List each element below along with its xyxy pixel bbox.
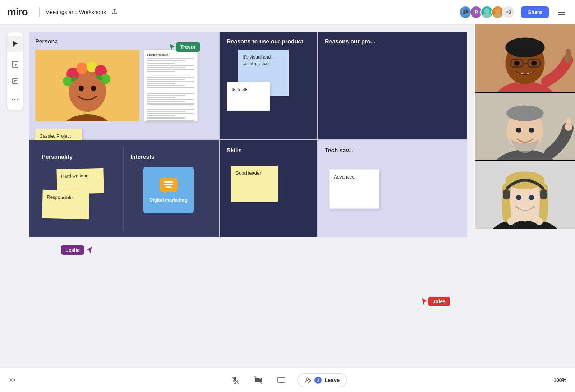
digital-marketing-card: Digital marketing — [143, 167, 194, 213]
comment-tool[interactable] — [7, 74, 23, 89]
doc-line — [147, 60, 185, 61]
svg-point-14 — [91, 86, 96, 91]
share-button[interactable]: Share — [521, 6, 549, 18]
video-person1 — [475, 24, 575, 92]
reasons-title-text: Reasons to use our product — [227, 38, 303, 45]
doc-line — [147, 95, 185, 96]
video-cell-3 — [475, 161, 575, 229]
doc-line — [147, 115, 175, 116]
interests-title: Interests — [130, 153, 206, 161]
svg-rect-50 — [503, 189, 510, 199]
trevor-arrow-icon — [169, 43, 176, 51]
svg-point-13 — [79, 86, 84, 91]
svg-point-53 — [529, 195, 534, 200]
svg-point-52 — [516, 195, 521, 200]
doc-line — [147, 120, 194, 121]
doc-line — [147, 109, 194, 110]
cursor-tool[interactable] — [7, 36, 23, 52]
persona-doc: Solution research — [144, 50, 198, 121]
doc-line — [147, 93, 194, 94]
sticky-advanced: Advanced — [329, 169, 380, 209]
svg-point-4 — [493, 13, 502, 18]
doc-line — [147, 71, 175, 72]
doc-title: Solution research — [147, 53, 194, 57]
sticky-visual-text: It's visual and collaborative — [243, 54, 271, 66]
menu-icon[interactable] — [555, 6, 568, 19]
board-content: Persona — [29, 32, 467, 360]
doc-line — [147, 85, 185, 86]
miro-logo: miro — [7, 6, 28, 18]
svg-point-63 — [306, 378, 308, 380]
topbar-right: 🏴 P +3 Share — [459, 6, 568, 19]
avatar-group: 🏴 P +3 — [459, 6, 515, 19]
trevor-cursor: Trevor — [169, 42, 200, 52]
doc-line — [147, 81, 194, 82]
svg-rect-44 — [566, 117, 571, 128]
section-techsav: Tech sav... Advanced — [318, 140, 467, 237]
personality-title: Personality — [42, 153, 116, 161]
svg-rect-60 — [278, 377, 285, 382]
topbar-divider — [39, 7, 40, 17]
upload-icon[interactable] — [111, 8, 118, 17]
topbar: miro Meetings and Workshops 🏴 P — [0, 0, 575, 24]
doc-line — [147, 87, 194, 88]
canvas[interactable]: Persona — [0, 24, 575, 368]
doc-line — [147, 101, 185, 102]
doc-line — [147, 83, 175, 84]
digital-marketing-label: Digital marketing — [150, 197, 187, 203]
sticky-toolkit-text: Its toolkit — [231, 87, 250, 92]
svg-rect-6 — [12, 79, 18, 83]
svg-point-27 — [505, 37, 544, 57]
video-person2 — [475, 93, 575, 160]
reasons-title: Reasons to use our product — [227, 38, 311, 46]
avatar-more: +3 — [502, 6, 515, 19]
leslie-cursor: Leslie — [61, 245, 93, 255]
screen-share-icon[interactable] — [274, 373, 289, 387]
doc-line — [147, 77, 194, 78]
mic-muted-icon[interactable] — [228, 373, 243, 387]
sticky-hw-text: Hard working — [61, 173, 89, 179]
chat-icon — [160, 178, 178, 192]
leave-button[interactable]: 3 Leave — [297, 373, 347, 387]
svg-point-42 — [529, 128, 534, 133]
expand-icon[interactable]: >> — [9, 377, 15, 383]
video-muted-icon[interactable] — [251, 373, 266, 387]
board-title: Meetings and Workshops — [45, 9, 106, 15]
sticky-note-tool[interactable] — [7, 56, 23, 72]
leslie-arrow-icon — [86, 246, 93, 254]
leave-count: 3 — [314, 377, 322, 384]
skills-title: Skills — [227, 147, 311, 155]
section-reasons: Reasons to use our product It's visual a… — [220, 32, 317, 139]
doc-line — [147, 103, 194, 105]
svg-point-1 — [484, 8, 490, 14]
doc-line — [147, 113, 194, 114]
svg-point-32 — [531, 61, 537, 66]
section-personality-interests: Personality Hard working Responsible Int… — [29, 140, 219, 237]
menu-line — [558, 12, 565, 13]
personality-inner: Personality Hard working Responsible — [35, 147, 124, 231]
more-tools[interactable]: ··· — [7, 91, 23, 107]
jules-label: Jules — [428, 297, 450, 306]
sticky-toolkit: Its toolkit — [227, 82, 270, 111]
menu-line — [558, 10, 565, 10]
leave-label: Leave — [325, 377, 340, 383]
zoom-level: 100% — [553, 377, 566, 383]
menu-line — [558, 14, 565, 15]
video-cell-1 — [475, 24, 575, 93]
video-cell-2 — [475, 93, 575, 161]
svg-rect-51 — [540, 189, 547, 199]
section-grid: Persona — [29, 32, 467, 237]
interests-inner: Interests — [124, 147, 213, 231]
doc-line — [147, 65, 194, 66]
bottom-bar: >> 3 Leave — [0, 368, 575, 392]
doc-line — [147, 67, 185, 68]
trevor-label: Trevor — [176, 42, 200, 52]
svg-point-3 — [495, 8, 501, 14]
section-skills: Skills Good leader — [220, 140, 317, 237]
leslie-label: Leslie — [61, 245, 84, 255]
svg-point-64 — [309, 379, 310, 381]
jules-cursor: Jules — [421, 297, 450, 306]
sticky-adv-text: Advanced — [334, 174, 355, 180]
left-sidebar: ··· — [7, 32, 23, 110]
persona-photo — [35, 50, 139, 121]
